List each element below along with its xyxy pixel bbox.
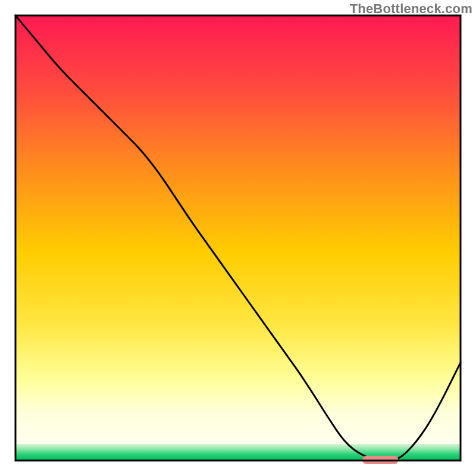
bottleneck-chart	[0, 0, 476, 476]
chart-container: TheBottleneck.com	[0, 0, 476, 476]
gradient-background	[15, 15, 461, 444]
watermark-text: TheBottleneck.com	[350, 1, 472, 17]
plot-area	[15, 15, 461, 464]
